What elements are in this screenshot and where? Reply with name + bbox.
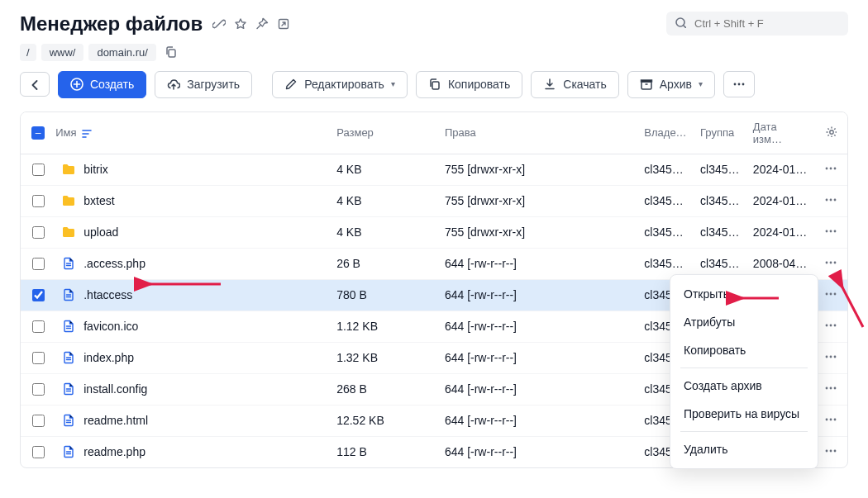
upload-button[interactable]: Загрузить (155, 71, 252, 98)
file-perm: 644 [-rw-r--r--] (438, 248, 637, 279)
row-menu-icon[interactable] (824, 444, 837, 458)
file-name: index.php (83, 351, 134, 364)
ctx-open[interactable]: Открыть (670, 280, 818, 308)
file-owner: cl345… (637, 185, 694, 216)
download-button[interactable]: Скачать (531, 71, 619, 98)
folder-icon (62, 194, 75, 207)
crumb-part[interactable]: domain.ru/ (88, 44, 155, 61)
table-row[interactable]: bitrix4 KB755 [drwxr-xr-x]cl345…cl345…20… (21, 154, 847, 185)
chevron-down-icon: ▾ (699, 79, 703, 89)
row-checkbox[interactable] (32, 258, 45, 270)
file-size: 12.52 KB (330, 405, 438, 436)
create-label: Создать (90, 78, 134, 92)
file-name: readme.html (83, 414, 148, 427)
file-date: 2024-01… (746, 216, 814, 248)
row-checkbox[interactable] (32, 320, 45, 333)
row-menu-icon[interactable] (824, 287, 837, 301)
crumb-root[interactable]: / (20, 44, 36, 61)
link-icon[interactable] (212, 17, 226, 31)
more-button[interactable] (723, 71, 755, 97)
file-size: 780 B (330, 279, 438, 311)
back-button[interactable] (20, 72, 50, 97)
file-name: bxtest (83, 194, 114, 207)
row-checkbox[interactable] (32, 164, 45, 176)
row-checkbox[interactable] (32, 383, 45, 396)
row-menu-icon[interactable] (824, 225, 837, 238)
file-perm: 755 [drwxr-xr-x] (438, 185, 637, 216)
col-size[interactable]: Размер (330, 112, 438, 154)
row-menu-icon[interactable] (824, 193, 837, 206)
file-date: 2024-01… (746, 154, 814, 185)
search-icon (675, 17, 686, 31)
file-size: 4 KB (330, 154, 438, 185)
ctx-copy[interactable]: Копировать (670, 336, 818, 364)
col-date[interactable]: Дата изм… (746, 112, 814, 154)
row-menu-icon[interactable] (824, 162, 837, 175)
file-name: bitrix (83, 163, 108, 176)
file-name: install.config (83, 382, 147, 396)
external-icon[interactable] (277, 17, 290, 31)
copy-path-icon[interactable] (165, 45, 177, 60)
folder-icon (62, 225, 75, 239)
file-name: upload (83, 225, 118, 239)
copy-button[interactable]: Копировать (416, 71, 522, 98)
ctx-scan[interactable]: Проверить на вирусы (670, 400, 818, 428)
row-menu-icon[interactable] (824, 413, 837, 426)
row-menu-icon[interactable] (824, 256, 837, 269)
edit-button[interactable]: Редактировать ▾ (272, 71, 408, 98)
archive-button[interactable]: Архив ▾ (627, 71, 715, 98)
file-size: 26 B (330, 248, 438, 279)
col-owner[interactable]: Владе… (637, 112, 694, 154)
file-icon (62, 414, 75, 427)
file-size: 268 B (330, 373, 438, 405)
star-icon[interactable] (234, 17, 247, 31)
search-box[interactable] (666, 12, 848, 36)
crumb-part[interactable]: www/ (41, 44, 84, 61)
row-checkbox[interactable] (32, 446, 45, 458)
row-menu-icon[interactable] (824, 382, 837, 395)
file-perm: 644 [-rw-r--r--] (438, 311, 637, 342)
row-menu-icon[interactable] (824, 319, 837, 332)
file-name: favicon.ico (83, 320, 138, 333)
row-checkbox[interactable] (32, 415, 45, 427)
file-size: 112 B (330, 436, 438, 467)
table-row[interactable]: upload4 KB755 [drwxr-xr-x]cl345…cl345…20… (21, 216, 847, 248)
file-size: 1.12 KB (330, 311, 438, 342)
table-row[interactable]: bxtest4 KB755 [drwxr-xr-x]cl345…cl345…20… (21, 185, 847, 216)
page-title: Менеджер файлов (20, 12, 203, 36)
chevron-down-icon: ▾ (391, 79, 395, 89)
file-size: 4 KB (330, 185, 438, 216)
header-checkbox[interactable]: – (31, 126, 45, 140)
col-name[interactable]: Имя (55, 126, 76, 139)
ctx-attrs[interactable]: Атрибуты (670, 308, 818, 336)
file-date: 2024-01… (746, 185, 814, 216)
file-group: cl345… (694, 216, 746, 248)
search-input[interactable] (693, 17, 840, 31)
file-owner: cl345… (637, 216, 694, 248)
pin-icon[interactable] (255, 17, 269, 31)
file-icon (62, 382, 75, 396)
ctx-delete[interactable]: Удалить (670, 435, 818, 463)
ctx-archive[interactable]: Создать архив (670, 372, 818, 400)
file-icon (62, 445, 75, 458)
file-size: 4 KB (330, 216, 438, 248)
row-menu-icon[interactable] (824, 350, 837, 363)
sort-icon (80, 127, 92, 139)
row-checkbox[interactable] (32, 289, 45, 301)
row-checkbox[interactable] (32, 226, 45, 239)
archive-label: Архив (660, 78, 692, 92)
file-icon (62, 351, 75, 364)
row-checkbox[interactable] (32, 195, 45, 207)
file-name: .access.php (83, 257, 145, 270)
gear-icon[interactable] (825, 127, 837, 140)
file-perm: 755 [drwxr-xr-x] (438, 154, 637, 185)
file-name: .htaccess (83, 288, 132, 301)
col-group[interactable]: Группа (694, 112, 746, 154)
col-perm[interactable]: Права (438, 112, 637, 154)
folder-icon (62, 163, 75, 176)
row-checkbox[interactable] (32, 352, 45, 364)
file-group: cl345… (694, 185, 746, 216)
create-button[interactable]: Создать (58, 71, 146, 98)
file-group: cl345… (694, 154, 746, 185)
file-perm: 755 [drwxr-xr-x] (438, 216, 637, 248)
